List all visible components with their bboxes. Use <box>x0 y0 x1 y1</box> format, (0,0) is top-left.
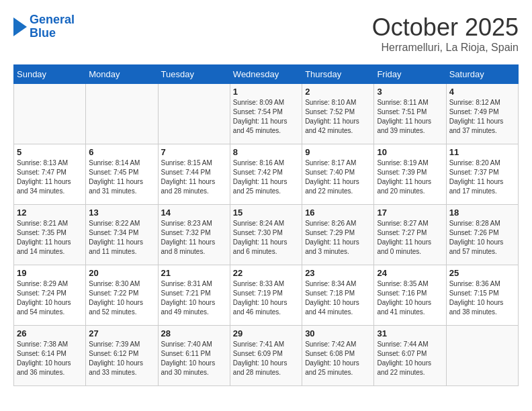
calendar-cell <box>14 84 86 144</box>
calendar-body: 1Sunrise: 8:09 AM Sunset: 7:54 PM Daylig… <box>14 84 519 386</box>
day-info: Sunrise: 8:23 AM Sunset: 7:32 PM Dayligh… <box>161 219 227 257</box>
day-info: Sunrise: 8:26 AM Sunset: 7:29 PM Dayligh… <box>305 219 371 257</box>
calendar-cell: 8Sunrise: 8:16 AM Sunset: 7:42 PM Daylig… <box>230 144 302 205</box>
day-number: 4 <box>449 87 515 97</box>
calendar-week-5: 26Sunrise: 7:38 AM Sunset: 6:14 PM Dayli… <box>14 326 519 386</box>
calendar-cell: 11Sunrise: 8:20 AM Sunset: 7:37 PM Dayli… <box>446 144 518 205</box>
day-number: 11 <box>449 147 515 157</box>
day-number: 9 <box>305 147 371 157</box>
day-info: Sunrise: 8:34 AM Sunset: 7:18 PM Dayligh… <box>305 279 371 317</box>
calendar-cell: 16Sunrise: 8:26 AM Sunset: 7:29 PM Dayli… <box>302 205 374 265</box>
calendar-cell: 28Sunrise: 7:40 AM Sunset: 6:11 PM Dayli… <box>158 326 230 386</box>
calendar-cell: 14Sunrise: 8:23 AM Sunset: 7:32 PM Dayli… <box>158 205 230 265</box>
day-number: 19 <box>17 268 83 278</box>
calendar-cell: 24Sunrise: 8:35 AM Sunset: 7:16 PM Dayli… <box>374 265 446 326</box>
weekday-header-thursday: Thursday <box>302 65 374 84</box>
day-info: Sunrise: 7:39 AM Sunset: 6:12 PM Dayligh… <box>89 340 154 377</box>
day-number: 29 <box>233 328 299 338</box>
calendar-cell: 3Sunrise: 8:11 AM Sunset: 7:51 PM Daylig… <box>374 84 446 144</box>
calendar-cell <box>446 326 518 386</box>
calendar-cell: 1Sunrise: 8:09 AM Sunset: 7:54 PM Daylig… <box>230 84 302 144</box>
calendar-cell: 25Sunrise: 8:36 AM Sunset: 7:15 PM Dayli… <box>446 265 518 326</box>
day-info: Sunrise: 8:20 AM Sunset: 7:37 PM Dayligh… <box>449 158 515 196</box>
weekday-header-saturday: Saturday <box>446 65 518 84</box>
calendar-week-4: 19Sunrise: 8:29 AM Sunset: 7:24 PM Dayli… <box>14 265 519 326</box>
calendar-cell: 20Sunrise: 8:30 AM Sunset: 7:22 PM Dayli… <box>86 265 158 326</box>
day-number: 30 <box>305 328 371 338</box>
calendar-cell: 23Sunrise: 8:34 AM Sunset: 7:18 PM Dayli… <box>302 265 374 326</box>
day-info: Sunrise: 8:24 AM Sunset: 7:30 PM Dayligh… <box>233 219 299 257</box>
weekday-header-friday: Friday <box>374 65 446 84</box>
day-number: 21 <box>161 268 227 278</box>
day-number: 13 <box>89 208 154 218</box>
day-info: Sunrise: 8:21 AM Sunset: 7:35 PM Dayligh… <box>17 219 83 257</box>
day-number: 17 <box>377 208 443 218</box>
calendar-table: SundayMondayTuesdayWednesdayThursdayFrid… <box>13 64 519 386</box>
day-number: 26 <box>17 328 83 338</box>
day-number: 15 <box>233 208 299 218</box>
month-title: October 2025 <box>372 13 519 42</box>
day-info: Sunrise: 8:14 AM Sunset: 7:45 PM Dayligh… <box>89 158 154 196</box>
day-info: Sunrise: 7:38 AM Sunset: 6:14 PM Dayligh… <box>17 340 83 377</box>
calendar-cell: 22Sunrise: 8:33 AM Sunset: 7:19 PM Dayli… <box>230 265 302 326</box>
day-info: Sunrise: 8:15 AM Sunset: 7:44 PM Dayligh… <box>161 158 227 196</box>
day-info: Sunrise: 8:12 AM Sunset: 7:49 PM Dayligh… <box>449 98 515 136</box>
calendar-week-1: 1Sunrise: 8:09 AM Sunset: 7:54 PM Daylig… <box>14 84 519 144</box>
title-block: October 2025 Herramelluri, La Rioja, Spa… <box>372 13 519 54</box>
calendar-week-3: 12Sunrise: 8:21 AM Sunset: 7:35 PM Dayli… <box>14 205 519 265</box>
calendar-cell: 6Sunrise: 8:14 AM Sunset: 7:45 PM Daylig… <box>86 144 158 205</box>
day-info: Sunrise: 8:11 AM Sunset: 7:51 PM Dayligh… <box>377 98 443 136</box>
day-info: Sunrise: 8:10 AM Sunset: 7:52 PM Dayligh… <box>305 98 371 136</box>
calendar-cell <box>86 84 158 144</box>
day-info: Sunrise: 8:33 AM Sunset: 7:19 PM Dayligh… <box>233 279 299 317</box>
day-info: Sunrise: 8:36 AM Sunset: 7:15 PM Dayligh… <box>449 279 515 317</box>
logo-text: General Blue <box>30 13 75 40</box>
day-info: Sunrise: 8:17 AM Sunset: 7:40 PM Dayligh… <box>305 158 371 196</box>
day-number: 12 <box>17 208 83 218</box>
calendar-cell: 7Sunrise: 8:15 AM Sunset: 7:44 PM Daylig… <box>158 144 230 205</box>
calendar-cell: 26Sunrise: 7:38 AM Sunset: 6:14 PM Dayli… <box>14 326 86 386</box>
calendar-week-2: 5Sunrise: 8:13 AM Sunset: 7:47 PM Daylig… <box>14 144 519 205</box>
calendar-cell: 12Sunrise: 8:21 AM Sunset: 7:35 PM Dayli… <box>14 205 86 265</box>
day-number: 7 <box>161 147 227 157</box>
calendar-cell: 4Sunrise: 8:12 AM Sunset: 7:49 PM Daylig… <box>446 84 518 144</box>
calendar-cell: 15Sunrise: 8:24 AM Sunset: 7:30 PM Dayli… <box>230 205 302 265</box>
day-info: Sunrise: 7:44 AM Sunset: 6:07 PM Dayligh… <box>377 340 443 377</box>
calendar-cell: 9Sunrise: 8:17 AM Sunset: 7:40 PM Daylig… <box>302 144 374 205</box>
day-info: Sunrise: 7:41 AM Sunset: 6:09 PM Dayligh… <box>233 340 299 377</box>
day-info: Sunrise: 8:27 AM Sunset: 7:27 PM Dayligh… <box>377 219 443 257</box>
svg-marker-0 <box>13 17 27 36</box>
day-number: 16 <box>305 208 371 218</box>
day-number: 28 <box>161 328 227 338</box>
day-number: 14 <box>161 208 227 218</box>
day-info: Sunrise: 8:22 AM Sunset: 7:34 PM Dayligh… <box>89 219 154 257</box>
day-number: 8 <box>233 147 299 157</box>
logo-icon <box>13 17 27 36</box>
weekday-header-tuesday: Tuesday <box>158 65 230 84</box>
day-info: Sunrise: 8:31 AM Sunset: 7:21 PM Dayligh… <box>161 279 227 317</box>
calendar-cell: 17Sunrise: 8:27 AM Sunset: 7:27 PM Dayli… <box>374 205 446 265</box>
calendar-cell: 31Sunrise: 7:44 AM Sunset: 6:07 PM Dayli… <box>374 326 446 386</box>
day-info: Sunrise: 8:19 AM Sunset: 7:39 PM Dayligh… <box>377 158 443 196</box>
calendar-header: SundayMondayTuesdayWednesdayThursdayFrid… <box>14 65 519 84</box>
location: Herramelluri, La Rioja, Spain <box>372 42 519 54</box>
calendar-cell <box>158 84 230 144</box>
calendar-cell: 30Sunrise: 7:42 AM Sunset: 6:08 PM Dayli… <box>302 326 374 386</box>
day-number: 22 <box>233 268 299 278</box>
day-number: 10 <box>377 147 443 157</box>
day-info: Sunrise: 8:30 AM Sunset: 7:22 PM Dayligh… <box>89 279 154 317</box>
day-info: Sunrise: 7:42 AM Sunset: 6:08 PM Dayligh… <box>305 340 371 377</box>
page-header: General Blue October 2025 Herramelluri, … <box>13 13 519 54</box>
calendar-cell: 10Sunrise: 8:19 AM Sunset: 7:39 PM Dayli… <box>374 144 446 205</box>
logo: General Blue <box>13 13 75 40</box>
day-number: 20 <box>89 268 154 278</box>
calendar-cell: 19Sunrise: 8:29 AM Sunset: 7:24 PM Dayli… <box>14 265 86 326</box>
day-number: 3 <box>377 87 443 97</box>
day-info: Sunrise: 8:35 AM Sunset: 7:16 PM Dayligh… <box>377 279 443 317</box>
calendar-cell: 18Sunrise: 8:28 AM Sunset: 7:26 PM Dayli… <box>446 205 518 265</box>
day-info: Sunrise: 8:28 AM Sunset: 7:26 PM Dayligh… <box>449 219 515 257</box>
calendar-cell: 21Sunrise: 8:31 AM Sunset: 7:21 PM Dayli… <box>158 265 230 326</box>
calendar-cell: 2Sunrise: 8:10 AM Sunset: 7:52 PM Daylig… <box>302 84 374 144</box>
calendar-cell: 13Sunrise: 8:22 AM Sunset: 7:34 PM Dayli… <box>86 205 158 265</box>
day-number: 24 <box>377 268 443 278</box>
